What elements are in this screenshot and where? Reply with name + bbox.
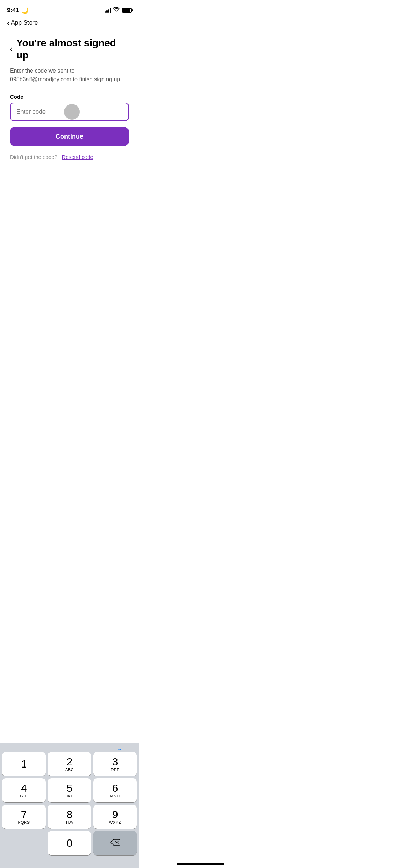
nav-bar: ‹ App Store — [0, 18, 139, 30]
resend-row: Didn't get the code? Resend code — [10, 154, 129, 160]
subtitle-line1: Enter the code we sent to — [10, 68, 74, 74]
status-time-area: 9:41 🌙 — [7, 7, 29, 14]
status-icons — [105, 7, 132, 14]
resend-text: Didn't get the code? — [10, 154, 57, 160]
status-bar: 9:41 🌙 — [0, 0, 139, 18]
resend-link[interactable]: Resend code — [62, 154, 93, 160]
code-input-wrapper — [10, 103, 129, 121]
code-field-label: Code — [10, 94, 129, 100]
page-title: ‹ You're almost signed up — [10, 37, 129, 61]
subtitle-line2: 095b3aff@moodjoy.com to finish signing u… — [10, 76, 122, 82]
back-label: App Store — [11, 19, 38, 26]
title-text: You're almost signed up — [16, 37, 129, 61]
cursor-blob — [64, 104, 80, 120]
back-chevron-icon: ‹ — [7, 19, 10, 26]
main-content: ‹ You're almost signed up Enter the code… — [0, 30, 139, 160]
continue-button[interactable]: Continue — [10, 127, 129, 146]
subtitle: Enter the code we sent to 095b3aff@moodj… — [10, 67, 129, 84]
time-display: 9:41 — [7, 7, 19, 14]
signal-icon — [105, 8, 111, 13]
moon-icon: 🌙 — [21, 7, 29, 14]
battery-icon — [122, 8, 132, 13]
title-chevron-icon: ‹ — [10, 44, 13, 54]
back-button[interactable]: ‹ App Store — [7, 19, 38, 26]
wifi-icon — [113, 7, 120, 14]
